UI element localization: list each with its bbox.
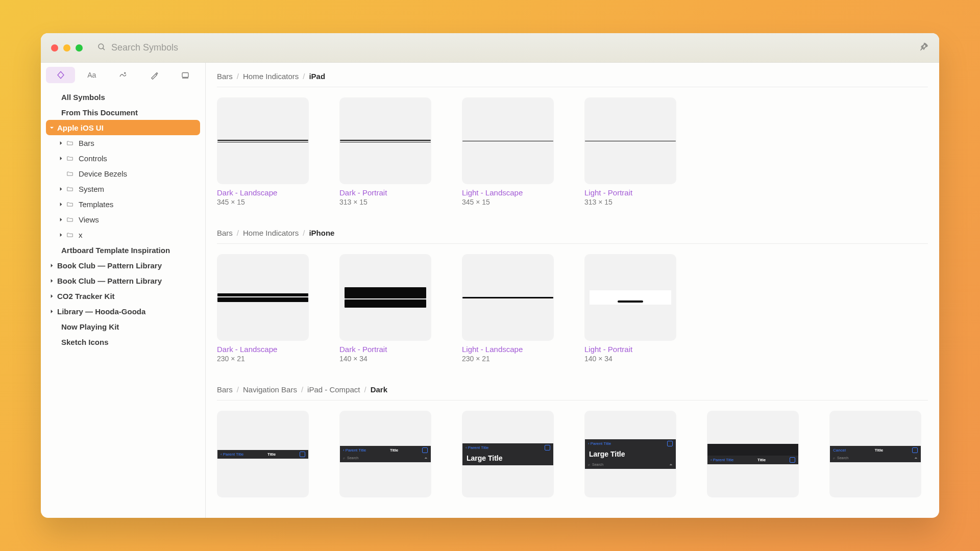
thumb (217, 254, 309, 341)
svg-point-0 (99, 44, 104, 49)
nav-all-symbols[interactable]: All Symbols (46, 89, 200, 105)
nav-controls[interactable]: Controls (46, 151, 200, 166)
symbol-card[interactable]: Dark - Landscape 345 × 15 (217, 97, 309, 206)
nav-templates[interactable]: Templates (46, 196, 200, 212)
nav-system[interactable]: System (46, 181, 200, 196)
search-icon: ⌕ (833, 456, 835, 460)
symbol-card[interactable]: ‹ Parent Title Large Title (462, 411, 554, 497)
crumb[interactable]: Bars (217, 72, 233, 81)
nav-from-document[interactable]: From This Document (46, 105, 200, 120)
thumb: ‹ Parent Title Title (217, 411, 309, 497)
tab-components[interactable] (171, 67, 200, 83)
navbar-large-title: ‹ Parent Title Large Title (462, 443, 553, 465)
card-dims: 140 × 34 (339, 354, 431, 363)
traffic-lights (51, 44, 83, 52)
action-icon (300, 452, 305, 457)
card-title: Dark - Landscape (217, 341, 309, 354)
crumb[interactable]: Bars (217, 385, 233, 394)
nav-now-playing[interactable]: Now Playing Kit (46, 319, 200, 334)
card-title: Light - Landscape (462, 184, 554, 197)
symbol-card[interactable]: ‹ Parent Title Title (217, 411, 309, 497)
symbol-card[interactable]: Light - Portrait 313 × 15 (584, 97, 676, 206)
symbol-card[interactable]: ‹ Parent Title Title (707, 411, 799, 497)
card-dims: 313 × 15 (584, 197, 676, 206)
card-dims: 230 × 21 (462, 354, 554, 363)
back-icon: ‹ Parent Title (343, 448, 366, 453)
nav-x[interactable]: x (46, 227, 200, 242)
nav-views[interactable]: Views (46, 212, 200, 227)
folder-icon (66, 185, 76, 192)
crumb[interactable]: Home Indicators (243, 72, 299, 81)
symbol-card[interactable]: Cancel Title ⌕Search⏶ (829, 411, 921, 497)
chevron-right-icon (46, 263, 57, 268)
folder-icon (66, 155, 76, 162)
search-icon (97, 42, 106, 54)
chevron-right-icon (46, 294, 57, 298)
thumb: ‹ Parent Title Large Title ⌕Search⏶ (584, 411, 676, 497)
nav-co2-tracker[interactable]: CO2 Tracker Kit (46, 288, 200, 304)
mic-icon: ⏶ (669, 463, 673, 466)
crumb[interactable]: Bars (217, 229, 233, 237)
crumb-active: Dark (371, 385, 387, 394)
symbol-card[interactable]: Dark - Portrait 140 × 34 (339, 254, 431, 363)
back-icon: ‹ Parent Title (588, 441, 611, 446)
symbol-card[interactable]: Dark - Landscape 230 × 21 (217, 254, 309, 363)
crumb[interactable]: Home Indicators (243, 229, 299, 237)
card-dims: 230 × 21 (217, 354, 309, 363)
thumb (339, 97, 431, 184)
symbol-card[interactable]: Light - Portrait 140 × 34 (584, 254, 676, 363)
back-icon: ‹ Parent Title (465, 445, 488, 450)
chevron-down-icon (46, 126, 57, 130)
back-icon: ‹ Parent Title (710, 458, 733, 462)
card-dims: 313 × 15 (339, 197, 431, 206)
close-window-button[interactable] (51, 44, 58, 52)
nav-bars[interactable]: Bars (46, 135, 200, 151)
search-input[interactable] (111, 42, 919, 53)
navbar-large-title-search: ‹ Parent Title Large Title ⌕Search⏶ (585, 439, 676, 469)
card-dims: 345 × 15 (217, 197, 309, 206)
thumb: Cancel Title ⌕Search⏶ (829, 411, 921, 497)
chevron-right-icon (55, 233, 66, 237)
minimize-window-button[interactable] (63, 44, 70, 52)
text-icon: Aa (87, 71, 96, 79)
card-title: Light - Portrait (584, 184, 676, 197)
card-title: Dark - Portrait (339, 184, 431, 197)
chevron-right-icon (55, 202, 66, 207)
symbol-card[interactable]: Light - Landscape 345 × 15 (462, 97, 554, 206)
nav-hooda-gooda[interactable]: Library — Hooda-Gooda (46, 304, 200, 319)
tab-layer-styles[interactable] (108, 67, 137, 83)
crumb[interactable]: Navigation Bars (243, 385, 297, 394)
maximize-window-button[interactable] (76, 44, 83, 52)
thumb (462, 254, 554, 341)
navbar-default: ‹ Parent Title Title (217, 450, 308, 459)
tab-colors[interactable] (140, 67, 169, 83)
tab-text-styles[interactable]: Aa (77, 67, 106, 83)
action-icon (790, 457, 795, 463)
chevron-right-icon (46, 279, 57, 283)
pin-icon[interactable] (919, 42, 929, 54)
crumb[interactable]: iPad - Compact (307, 385, 360, 394)
card-title: Light - Landscape (462, 341, 554, 354)
thumb: ‹ Parent Title Large Title (462, 411, 554, 497)
action-icon (912, 447, 918, 453)
nav-artboard-inspiration[interactable]: Artboard Template Inspiration (46, 242, 200, 258)
card-dims: 140 × 34 (584, 354, 676, 363)
thumb: ‹ Parent Title Title (707, 411, 799, 497)
symbol-card[interactable]: ‹ Parent Title Title ⌕Search⏶ (339, 411, 431, 497)
tab-symbols[interactable] (46, 67, 75, 83)
symbol-card[interactable]: ‹ Parent Title Large Title ⌕Search⏶ (584, 411, 676, 497)
nav-book-club-1[interactable]: Book Club — Pattern Library (46, 258, 200, 273)
card-title: Dark - Portrait (339, 341, 431, 354)
symbol-card[interactable]: Light - Landscape 230 × 21 (462, 254, 554, 363)
nav-apple-ios-ui[interactable]: Apple iOS UI (46, 120, 200, 135)
back-icon: ‹ Parent Title (220, 452, 243, 457)
content-area: Bars/ Home Indicators/ iPad Dark - Lands… (206, 63, 939, 518)
nav-device-bezels[interactable]: Device Bezels (46, 166, 200, 181)
nav-book-club-2[interactable]: Book Club — Pattern Library (46, 273, 200, 288)
nav-sketch-icons[interactable]: Sketch Icons (46, 334, 200, 349)
symbol-card[interactable]: Dark - Portrait 313 × 15 (339, 97, 431, 206)
grid-iphone: Dark - Landscape 230 × 21 Dark - Portrai… (217, 244, 928, 376)
tool-tabs: Aa (41, 63, 205, 87)
thumb (339, 254, 431, 341)
thumb (584, 97, 676, 184)
